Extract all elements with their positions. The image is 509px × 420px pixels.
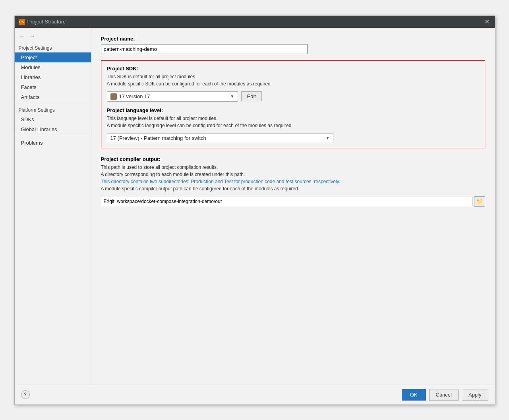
project-settings-header: Project Settings	[15, 44, 91, 52]
sdk-select-content: 17 version 17	[110, 93, 230, 100]
project-name-input[interactable]	[101, 44, 308, 54]
compiler-section: Project compiler output: This path is us…	[101, 156, 485, 207]
sidebar: ← → Project Settings Project Modules Lib…	[15, 28, 91, 385]
dialog-title: Project Structure	[27, 19, 66, 25]
forward-button[interactable]: →	[28, 33, 37, 41]
sdk-select-text: 17 version 17	[119, 93, 230, 99]
close-button[interactable]: ✕	[484, 18, 491, 25]
project-structure-dialog: PS Project Structure ✕ ← → Project Setti…	[14, 15, 495, 405]
compiler-path-input[interactable]	[101, 197, 472, 206]
lang-desc2: A module specific language level can be …	[107, 123, 293, 128]
dialog-footer: ? OK Cancel Apply	[15, 385, 495, 405]
sidebar-item-global-libraries[interactable]: Global Libraries	[15, 124, 91, 134]
compiler-desc: This path is used to store all project c…	[101, 164, 485, 192]
footer-buttons: OK Cancel Apply	[402, 389, 488, 401]
platform-settings-header: Platform Settings	[15, 106, 91, 114]
sidebar-item-artifacts[interactable]: Artifacts	[15, 92, 91, 102]
compiler-path-row: 📁	[101, 196, 485, 207]
compiler-desc4: A module specific compiler output path c…	[101, 186, 300, 192]
dialog-body: ← → Project Settings Project Modules Lib…	[15, 28, 495, 385]
help-button[interactable]: ?	[21, 390, 30, 399]
sdk-dropdown-arrow: ▼	[230, 94, 234, 99]
sdk-language-section: Project SDK: This SDK is default for all…	[101, 60, 485, 148]
sdk-row: 17 version 17 ▼ Edit	[107, 91, 479, 102]
sdk-desc2: A module specific SDK can be configured …	[107, 81, 272, 87]
cancel-button[interactable]: Cancel	[429, 389, 459, 401]
sdk-folder-icon	[110, 93, 117, 100]
sdk-desc: This SDK is default for all project modu…	[107, 73, 479, 87]
title-bar-left: PS Project Structure	[19, 19, 66, 25]
sdk-dropdown[interactable]: 17 version 17 ▼	[107, 91, 238, 102]
sdk-edit-button[interactable]: Edit	[241, 91, 262, 101]
sidebar-divider-2	[15, 136, 91, 136]
compiler-title: Project compiler output:	[101, 156, 485, 162]
sidebar-item-modules[interactable]: Modules	[15, 62, 91, 72]
folder-icon: 📁	[476, 198, 483, 205]
compiler-desc1: This path is used to store all project c…	[101, 165, 218, 170]
project-name-label: Project name:	[101, 36, 485, 42]
sidebar-item-problems[interactable]: Problems	[15, 138, 91, 148]
sdk-title: Project SDK:	[107, 66, 479, 72]
sdk-desc1: This SDK is default for all project modu…	[107, 74, 197, 79]
title-bar: PS Project Structure ✕	[15, 16, 495, 28]
lang-desc1: This language level is default for all p…	[107, 116, 218, 121]
nav-back-fwd: ← →	[15, 31, 91, 44]
compiler-desc3: This directory contains two subdirectori…	[101, 179, 341, 184]
language-level-dropdown[interactable]: 17 (Preview) - Pattern matching for swit…	[107, 133, 333, 143]
compiler-desc2: A directory corresponding to each module…	[101, 172, 245, 177]
sidebar-item-project[interactable]: Project	[15, 52, 91, 62]
app-icon: PS	[19, 19, 25, 25]
compiler-folder-button[interactable]: 📁	[474, 196, 485, 207]
lang-dropdown-text: 17 (Preview) - Pattern matching for swit…	[110, 135, 326, 141]
ok-button[interactable]: OK	[402, 389, 426, 401]
main-content: Project name: Project SDK: This SDK is d…	[91, 28, 495, 385]
lang-level-title: Project language level:	[107, 107, 479, 113]
sidebar-item-facets[interactable]: Facets	[15, 82, 91, 92]
apply-button[interactable]: Apply	[462, 389, 488, 401]
back-button[interactable]: ←	[18, 33, 27, 41]
sidebar-divider	[15, 104, 91, 104]
lang-dropdown-arrow: ▼	[326, 136, 330, 140]
sidebar-item-sdks[interactable]: SDKs	[15, 114, 91, 124]
sidebar-item-libraries[interactable]: Libraries	[15, 72, 91, 82]
lang-desc: This language level is default for all p…	[107, 115, 479, 129]
